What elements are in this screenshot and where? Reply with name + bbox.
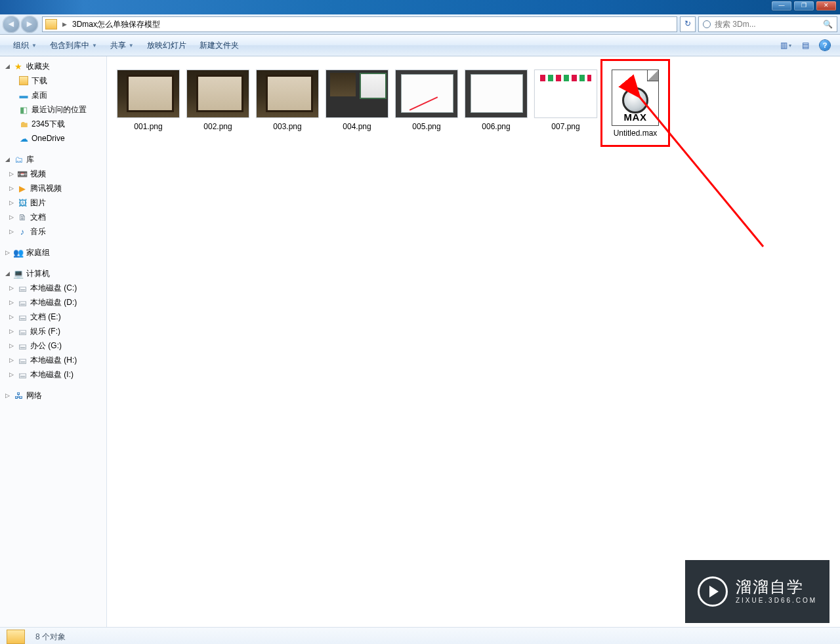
- include-in-library-button[interactable]: 包含到库中▼: [43, 37, 104, 54]
- file-name: 003.png: [253, 122, 322, 131]
- desktop-icon: ▬: [18, 90, 29, 100]
- file-name: 004.png: [322, 122, 392, 131]
- nav-disk-h[interactable]: ▷ 🖴 本地磁盘 (H:): [0, 353, 106, 367]
- nav-pictures[interactable]: ▷ 🖼 图片: [0, 195, 106, 210]
- nav-forward-button[interactable]: ►: [21, 16, 38, 33]
- nav-homegroup[interactable]: ▷ 👥 家庭组: [0, 245, 106, 260]
- content-pane: 001.png 002.png 003.png 004.png 005.png: [107, 56, 840, 627]
- organize-button[interactable]: 组织▼: [7, 37, 43, 54]
- file-item-004[interactable]: 004.png: [322, 70, 392, 138]
- file-item-007[interactable]: 007.png: [531, 70, 600, 138]
- minimize-button[interactable]: —: [772, 1, 791, 10]
- nav-music[interactable]: ▷ ♪ 音乐: [0, 224, 106, 239]
- nav-disk-e[interactable]: ▷ 🖴 文档 (E:): [0, 310, 106, 324]
- nav-network[interactable]: ▷ 🖧 网络: [0, 388, 106, 403]
- nav-libraries[interactable]: ◢ 🗂 库: [0, 152, 106, 167]
- tree-collapse-icon[interactable]: ▷: [9, 299, 16, 306]
- tree-expand-icon[interactable]: ◢: [5, 63, 12, 70]
- address-bar[interactable]: ▶ 3Dmax怎么单独保存模型: [42, 16, 677, 32]
- tree-expand-icon[interactable]: ◢: [5, 156, 12, 163]
- disk-icon: 🖴: [17, 312, 28, 322]
- nav-disk-c[interactable]: ▷ 🖴 本地磁盘 (C:): [0, 281, 106, 295]
- thumbnail: [186, 70, 249, 118]
- close-button[interactable]: ✕: [816, 1, 836, 10]
- nav-disk-d[interactable]: ▷ 🖴 本地磁盘 (D:): [0, 295, 106, 310]
- nav-tencent-video[interactable]: ▷ ▶ 腾讯视频: [0, 181, 106, 195]
- video-icon: 📼: [17, 169, 28, 179]
- homegroup-icon: 👥: [13, 247, 24, 258]
- disk-icon: 🖴: [17, 283, 28, 293]
- disk-icon: 🖴: [17, 326, 28, 336]
- nav-favorites[interactable]: ◢ ★ 收藏夹: [0, 59, 106, 73]
- disk-icon: 🖴: [17, 355, 28, 365]
- file-name: 006.png: [461, 122, 531, 131]
- nav-onedrive[interactable]: ☁ OneDrive: [0, 131, 106, 146]
- nav-disk-g[interactable]: ▷ 🖴 办公 (G:): [0, 338, 106, 353]
- file-name: 005.png: [392, 122, 461, 131]
- library-icon: 🗂: [13, 154, 24, 165]
- tree-collapse-icon[interactable]: ▷: [9, 185, 16, 191]
- tree-collapse-icon[interactable]: ▷: [9, 285, 16, 291]
- folder-icon: [45, 19, 57, 30]
- refresh-button[interactable]: ↻: [680, 16, 696, 32]
- new-folder-button[interactable]: 新建文件夹: [193, 37, 245, 54]
- preview-pane-button[interactable]: ▤: [797, 38, 814, 52]
- tree-collapse-icon[interactable]: ▷: [9, 328, 16, 334]
- file-name: 007.png: [531, 122, 600, 131]
- thumbnail: [326, 70, 388, 118]
- nav-documents[interactable]: ▷ 🗎 文档: [0, 210, 106, 224]
- search-input[interactable]: 搜索 3Dm... 🔍: [698, 16, 837, 32]
- downloads-icon: [18, 75, 29, 86]
- nav-2345-download[interactable]: 🖿 2345下载: [0, 117, 106, 131]
- nav-recent-places[interactable]: ◧ 最近访问的位置: [0, 102, 106, 117]
- preview-pane-icon: ▤: [802, 41, 809, 50]
- tree-collapse-icon[interactable]: ▷: [9, 313, 16, 320]
- file-item-untitled-max[interactable]: MAX Untitled.max: [600, 70, 670, 138]
- maximize-button[interactable]: ❐: [794, 1, 814, 10]
- help-button[interactable]: ?: [816, 38, 833, 52]
- file-item-005[interactable]: 005.png: [392, 70, 461, 138]
- tencent-video-icon: ▶: [17, 183, 28, 193]
- tree-collapse-icon[interactable]: ▷: [9, 357, 16, 363]
- tree-collapse-icon[interactable]: ▷: [9, 371, 16, 378]
- file-item-006[interactable]: 006.png: [461, 70, 531, 138]
- nav-bar: ◄ ► ▶ 3Dmax怎么单独保存模型 ↻ 搜索 3Dm... 🔍: [0, 14, 840, 35]
- file-item-003[interactable]: 003.png: [253, 70, 322, 138]
- tree-collapse-icon[interactable]: ▷: [9, 228, 16, 235]
- disk-icon: 🖴: [17, 369, 28, 380]
- onedrive-icon: ☁: [18, 133, 29, 144]
- play-icon: [698, 576, 728, 607]
- nav-desktop[interactable]: ▬ 桌面: [0, 88, 106, 102]
- slideshow-button[interactable]: 放映幻灯片: [140, 37, 193, 54]
- music-icon: ♪: [17, 226, 28, 237]
- nav-disk-f[interactable]: ▷ 🖴 娱乐 (F:): [0, 324, 106, 338]
- tree-collapse-icon[interactable]: ▷: [5, 249, 12, 256]
- tree-collapse-icon[interactable]: ▷: [9, 199, 16, 206]
- tree-collapse-icon[interactable]: ▷: [9, 171, 16, 177]
- tree-collapse-icon[interactable]: ▷: [9, 214, 16, 220]
- thumbnail: [256, 70, 319, 118]
- thumbnail: [117, 70, 180, 118]
- search-icon: 🔍: [823, 17, 833, 31]
- tree-collapse-icon[interactable]: ▷: [9, 342, 16, 349]
- file-item-002[interactable]: 002.png: [183, 70, 253, 138]
- nav-back-button[interactable]: ◄: [3, 16, 20, 33]
- network-icon: 🖧: [13, 390, 24, 401]
- chevron-down-icon: ▾: [789, 43, 791, 49]
- nav-videos[interactable]: ▷ 📼 视频: [0, 167, 106, 181]
- breadcrumb-sep-icon: ▶: [62, 21, 67, 28]
- nav-downloads[interactable]: 下载: [0, 73, 106, 88]
- nav-disk-i[interactable]: ▷ 🖴 本地磁盘 (I:): [0, 367, 106, 382]
- status-bar: 8 个对象: [0, 627, 840, 644]
- share-button[interactable]: 共享▼: [104, 37, 140, 54]
- recent-places-icon: ◧: [18, 104, 29, 115]
- thumbnail: [465, 70, 528, 118]
- nav-computer[interactable]: ◢ 💻 计算机: [0, 266, 106, 281]
- file-item-001[interactable]: 001.png: [114, 70, 183, 138]
- chevron-down-icon: ▼: [129, 43, 134, 49]
- help-icon: ?: [820, 40, 830, 50]
- breadcrumb[interactable]: 3Dmax怎么单独保存模型: [68, 19, 163, 30]
- tree-expand-icon[interactable]: ◢: [5, 270, 12, 277]
- change-view-button[interactable]: ▥ ▾: [777, 38, 794, 52]
- tree-collapse-icon[interactable]: ▷: [5, 392, 12, 399]
